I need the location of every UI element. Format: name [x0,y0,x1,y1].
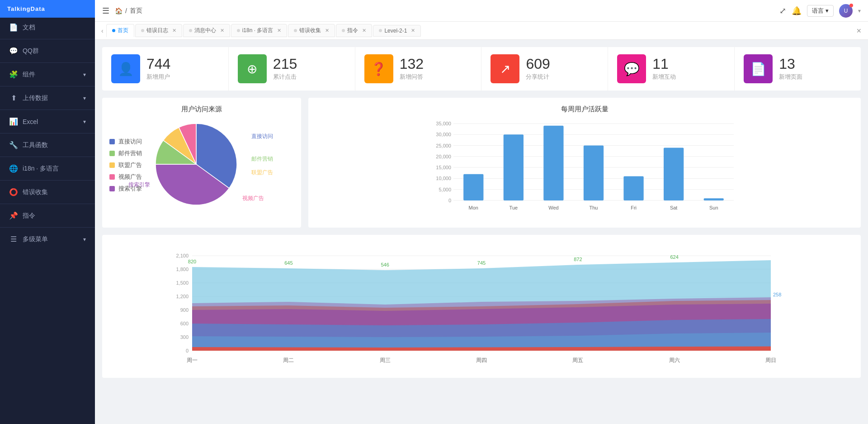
bar-3 [584,146,604,200]
tab-close-4[interactable]: ✕ [325,28,329,33]
area-data-label-3: 745 [477,260,486,266]
pie-chart-container: 直接访问 邮件营销 联盟广告 视频广告 搜索引擎 直接访问 邮件营销 [109,119,294,211]
tabs-container: 首页 错误日志 ✕ 消息中心 ✕ i18n · 多语言 ✕ 错误收集 ✕ 指令 … [106,24,854,37]
tab-label-1: 错误日志 [146,27,168,34]
legend-item-0: 直接访问 [109,138,142,146]
area-right-label: 258 [773,292,781,297]
bar-label-5: Sat [670,205,678,210]
tab-prev-button[interactable]: ‹ [99,27,106,34]
breadcrumb-label: 首页 [130,7,142,15]
sidebar-item-2[interactable]: 🧩 组件 ▾ [0,65,95,84]
bar-label-1: Tue [509,205,518,210]
bar-4 [623,176,643,200]
tab-5[interactable]: 指令 ✕ [336,24,372,37]
tab-close-2[interactable]: ✕ [220,28,224,33]
stat-info-3: 609 分享统计 [526,57,550,81]
sidebar-label-7: 错误收集 [23,188,48,196]
stat-card-1: ⊕ 215 累计点击 [229,47,355,91]
sidebar-item-5[interactable]: 🔧 工具函数 [0,135,95,155]
area-data-label-1: 645 [284,260,292,266]
stat-info-1: 215 累计点击 [273,57,297,81]
sidebar-divider-1 [0,39,95,39]
stat-number-2: 132 [400,57,424,71]
sidebar-item-4[interactable]: 📊 Excel ▾ [0,112,95,131]
tab-2[interactable]: 消息中心 ✕ [183,24,230,37]
bar-chart-title: 每周用户活跃量 [316,105,854,114]
sidebar-item-0[interactable]: 📄 文档 [0,18,95,37]
sidebar-icon-3: ⬆ [9,94,18,102]
sidebar-item-6[interactable]: 🌐 i18n · 多语言 [0,159,95,178]
tab-dot-3 [237,29,240,32]
fullscreen-icon[interactable]: ⤢ [779,6,786,16]
pie-label-search: 搜索引擎 [128,181,150,189]
sidebar-item-9[interactable]: ☰ 多级菜单 ▾ [0,229,95,249]
sidebar-label-2: 组件 [23,71,35,79]
legend-dot-4 [109,186,115,191]
sidebar-divider-7 [0,180,95,181]
tab-dot-1 [141,29,144,32]
sidebar-icon-5: 🔧 [9,141,18,149]
logo-text: TalkingData [7,5,45,12]
avatar[interactable]: U [839,4,853,18]
area-y-label: 300 [180,334,189,340]
area-data-label-4: 872 [574,257,582,262]
area-x-label-2: 周三 [380,357,391,363]
tab-1[interactable]: 错误日志 ✕ [135,24,182,37]
bar-label-0: Mon [469,205,478,210]
area-chart-card: 03006009001,2001,5001,8002,100周一周二周三周四周五… [102,235,861,378]
sidebar-item-1[interactable]: 💬 QQ群 [0,41,95,61]
tab-3[interactable]: i18n · 多语言 ✕ [231,24,288,37]
sidebar-item-3[interactable]: ⬆ 上传数据 ▾ [0,88,95,108]
pie-chart-title: 用户访问来源 [109,105,294,114]
bar-y-label: 25,000 [436,143,451,148]
area-x-label-4: 周五 [572,357,583,363]
tab-close-1[interactable]: ✕ [172,28,176,33]
tab-close-5[interactable]: ✕ [362,28,366,33]
tab-dot-2 [189,29,192,32]
stat-number-4: 11 [652,57,676,71]
tab-4[interactable]: 错误收集 ✕ [288,24,335,37]
bar-y-label: 30,000 [436,132,451,137]
sidebar-item-8[interactable]: 📌 指令 [0,206,95,225]
tab-close-3[interactable]: ✕ [277,28,281,33]
bar-5 [664,148,684,200]
stat-label-0: 新增用户 [146,73,170,81]
sidebar-divider-9 [0,227,95,228]
breadcrumb-separator: / [125,7,127,14]
tab-label-3: i18n · 多语言 [242,27,274,34]
legend-item-1: 邮件营销 [109,149,142,157]
area-x-label-3: 周四 [476,357,487,363]
pie-chart-card: 用户访问来源 直接访问 邮件营销 联盟广告 视频广告 搜索引擎 [102,98,301,228]
close-all-tabs-button[interactable]: ✕ [854,27,864,34]
pie-label-video: 视频广告 [242,195,264,202]
bar-label-4: Fri [631,205,637,210]
tab-close-6[interactable]: ✕ [411,28,415,33]
bar-chart-svg: 05,00010,00015,00020,00025,00030,00035,0… [316,119,854,219]
area-x-label-6: 周日 [765,357,776,363]
sidebar-icon-0: 📄 [9,23,18,32]
menu-toggle-icon[interactable]: ☰ [102,6,109,16]
stat-number-3: 609 [526,57,550,71]
notification-dot [849,4,853,7]
sidebar-label-4: Excel [23,118,38,125]
sidebar-item-7[interactable]: ⭕ 错误收集 [0,182,95,202]
area-x-label-5: 周六 [669,357,680,363]
area-data-label-0: 820 [188,259,196,264]
pie-label-alliance: 联盟广告 [251,169,273,176]
pie-svg-wrapper: 直接访问 邮件营销 联盟广告 搜索引擎 视频广告 [151,119,241,211]
tab-label-6: Level-2-1 [384,28,407,34]
bell-icon[interactable]: 🔔 [792,6,802,16]
sidebar-label-1: QQ群 [23,47,39,55]
sidebar-arrow-9: ▾ [83,236,86,243]
tab-0[interactable]: 首页 [106,24,134,37]
sidebar-arrow-4: ▾ [83,119,86,125]
tab-6[interactable]: Level-2-1 ✕ [373,25,421,37]
stat-label-4: 新增互动 [652,73,676,81]
stat-icon-3: ↗ [491,54,519,83]
language-button[interactable]: 语言 ▾ [807,5,834,17]
area-y-label: 900 [180,307,189,313]
sidebar-icon-2: 🧩 [9,70,18,79]
sidebar-icon-9: ☰ [9,235,18,243]
tab-label-4: 错误收集 [299,27,321,34]
tab-dot-5 [342,29,345,32]
